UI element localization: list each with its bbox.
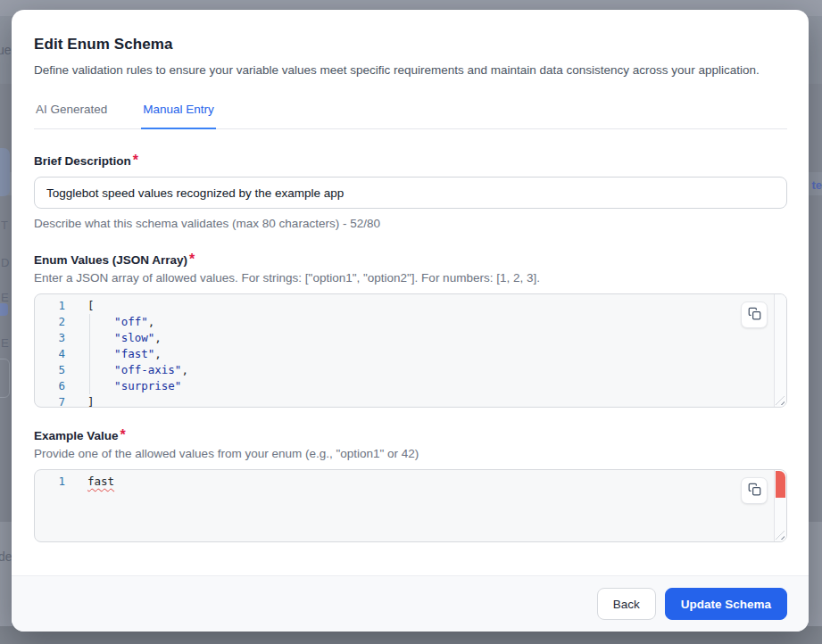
backdrop-text-fragment: E — [1, 291, 9, 304]
code-lines: 1[2 "off",3 "slow",4 "fast",5 "off-axis"… — [35, 294, 786, 408]
code-lines: 1fast — [35, 470, 786, 490]
backdrop-badge-fragment — [0, 303, 8, 316]
dialog-description: Define validation rules to ensure your v… — [34, 62, 787, 78]
backdrop-text-fragment: D — [1, 256, 9, 269]
brief-description-input[interactable] — [34, 177, 787, 209]
code-line: 4 "fast", — [35, 346, 786, 362]
dialog-title: Edit Enum Schema — [34, 36, 787, 54]
backdrop-text-fragment: E — [1, 336, 9, 350]
backdrop-input-fragment — [0, 148, 10, 196]
example-value-label: Example Value* — [34, 427, 787, 443]
example-value-section: Example Value* Provide one of the allowe… — [34, 427, 787, 542]
example-value-code-editor[interactable]: 1fast — [34, 469, 787, 542]
copy-button[interactable] — [741, 477, 768, 504]
backdrop-button-fragment — [0, 359, 10, 398]
enum-values-helper: Enter a JSON array of allowed values. Fo… — [34, 271, 787, 285]
dialog-footer: Back Update Schema — [12, 575, 809, 632]
brief-description-helper: Describe what this schema validates (max… — [34, 217, 787, 230]
code-line: 7] — [35, 394, 786, 408]
tab-ai-generated[interactable]: AI Generated — [34, 103, 109, 128]
copy-button[interactable] — [741, 301, 768, 328]
code-line: 3 "slow", — [35, 330, 786, 346]
dialog-body: Edit Enum Schema Define validation rules… — [12, 10, 809, 575]
code-line: 6 "surprise" — [35, 378, 786, 394]
tab-manual-entry[interactable]: Manual Entry — [141, 103, 216, 129]
code-line: 2 "off", — [35, 314, 786, 330]
lint-error-marker — [776, 471, 785, 498]
brief-description-label: Brief Description* — [34, 153, 787, 169]
example-value-helper: Provide one of the allowed values from y… — [34, 447, 787, 460]
backdrop-link-fragment: te — [811, 178, 822, 192]
required-asterisk: * — [133, 153, 138, 168]
copy-icon — [748, 483, 761, 500]
code-line: 1[ — [35, 298, 786, 314]
edit-enum-schema-dialog: Edit Enum Schema Define validation rules… — [12, 10, 809, 632]
required-asterisk: * — [189, 252, 195, 267]
brief-description-section: Brief Description* Describe what this sc… — [34, 153, 787, 230]
code-line: 5 "off-axis", — [35, 362, 786, 378]
code-line: 1fast — [35, 474, 786, 490]
backdrop-text-fragment: ue — [0, 43, 12, 57]
update-schema-button[interactable]: Update Schema — [665, 588, 787, 620]
copy-icon — [748, 307, 761, 324]
enum-values-label: Enum Values (JSON Array)* — [34, 252, 787, 268]
scrollbar-track[interactable] — [774, 294, 786, 407]
tab-bar: AI Generated Manual Entry — [34, 103, 787, 129]
backdrop-text-fragment: de — [0, 549, 12, 564]
back-button[interactable]: Back — [597, 588, 656, 620]
required-asterisk: * — [120, 427, 126, 442]
enum-values-code-editor[interactable]: 1[2 "off",3 "slow",4 "fast",5 "off-axis"… — [34, 293, 787, 408]
backdrop-text-fragment: T — [1, 219, 8, 232]
enum-values-section: Enum Values (JSON Array)* Enter a JSON a… — [34, 252, 787, 408]
